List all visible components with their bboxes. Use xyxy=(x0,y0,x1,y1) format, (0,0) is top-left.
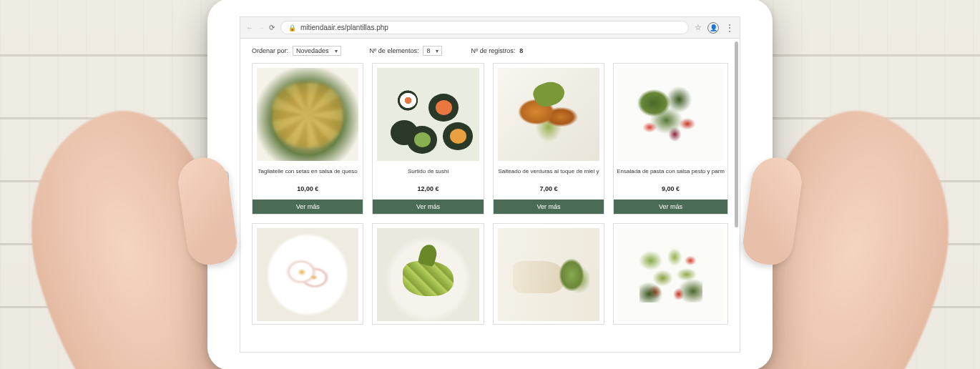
view-more-button[interactable]: Ver más xyxy=(614,200,727,214)
product-price: 9,00 € xyxy=(614,179,727,200)
product-grid: Tagliatelle con setas en salsa de queso1… xyxy=(252,63,728,325)
product-image xyxy=(498,68,599,161)
product-card[interactable] xyxy=(613,223,728,325)
url-bar[interactable]: 🔒 mitiendaair.es/plantillas.php xyxy=(280,21,689,34)
product-card[interactable]: Tagliatelle con setas en salsa de queso1… xyxy=(252,63,363,215)
product-image xyxy=(618,228,723,321)
product-image xyxy=(618,68,723,161)
product-card[interactable] xyxy=(493,223,604,325)
product-card[interactable] xyxy=(252,223,363,325)
items-label: Nº de elementos: xyxy=(370,47,419,54)
records-label: Nº de registros: xyxy=(471,47,515,54)
product-title: Surtido de sushi xyxy=(373,164,483,179)
filter-bar: Ordenar por: Novedades Nº de elementos: … xyxy=(252,46,728,56)
product-image xyxy=(377,228,479,321)
back-icon[interactable]: ← xyxy=(246,24,253,31)
items-select[interactable]: 8 xyxy=(423,46,442,56)
items-group: Nº de elementos: 8 xyxy=(370,46,443,56)
sort-group: Ordenar por: Novedades xyxy=(252,46,341,56)
product-title: Tagliatelle con setas en salsa de queso xyxy=(253,164,363,179)
product-image xyxy=(377,68,479,161)
product-card[interactable]: Salteado de verduras al toque de miel y7… xyxy=(493,63,604,215)
product-title: Ensalada de pasta con salsa pesto y parm xyxy=(614,164,727,179)
view-more-button[interactable]: Ver más xyxy=(373,200,483,214)
page-content: Ordenar por: Novedades Nº de elementos: … xyxy=(240,39,740,352)
lock-icon: 🔒 xyxy=(288,24,296,31)
product-title: Salteado de verduras al toque de miel y xyxy=(494,164,604,179)
star-icon[interactable]: ☆ xyxy=(695,23,702,32)
product-price: 10,00 € xyxy=(253,179,363,200)
view-more-button[interactable]: Ver más xyxy=(494,200,604,214)
nav-arrows: ← → ⟳ xyxy=(246,24,275,31)
url-text: mitiendaair.es/plantillas.php xyxy=(300,24,388,31)
sort-select[interactable]: Novedades xyxy=(293,46,341,56)
tablet-screen: ← → ⟳ 🔒 mitiendaair.es/plantillas.php ☆ … xyxy=(240,16,740,353)
product-price: 7,00 € xyxy=(494,179,604,200)
product-card[interactable]: Surtido de sushi12,00 €Ver más xyxy=(372,63,484,215)
tablet-frame: ← → ⟳ 🔒 mitiendaair.es/plantillas.php ☆ … xyxy=(207,0,773,369)
product-price: 12,00 € xyxy=(373,179,483,200)
menu-icon[interactable]: ⋮ xyxy=(725,22,734,34)
product-image xyxy=(257,228,358,321)
product-image xyxy=(257,68,358,161)
forward-icon[interactable]: → xyxy=(258,24,265,31)
view-more-button[interactable]: Ver más xyxy=(253,200,363,214)
browser-toolbar: ← → ⟳ 🔒 mitiendaair.es/plantillas.php ☆ … xyxy=(240,17,740,39)
records-value: 8 xyxy=(519,47,523,54)
user-icon[interactable]: 👤 xyxy=(707,22,719,34)
sort-label: Ordenar por: xyxy=(252,47,288,54)
product-image xyxy=(498,228,599,321)
reload-icon[interactable]: ⟳ xyxy=(269,24,275,31)
product-card[interactable] xyxy=(372,223,484,325)
scrollbar[interactable] xyxy=(735,41,738,227)
records-group: Nº de registros: 8 xyxy=(471,47,523,54)
product-card[interactable]: Ensalada de pasta con salsa pesto y parm… xyxy=(613,63,728,215)
